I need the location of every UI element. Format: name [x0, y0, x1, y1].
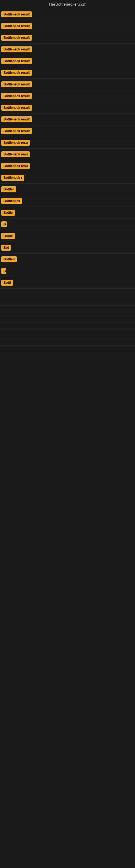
bottleneck-badge-2[interactable]: Bottleneck result: [1, 23, 32, 29]
badge-row-14: Bottleneck resu: [0, 160, 135, 172]
empty-row-8: [0, 334, 135, 340]
badge-row-10: Bottleneck result: [0, 114, 135, 125]
badge-row-1: Bottleneck result: [0, 9, 135, 20]
bottleneck-badge-9[interactable]: Bottleneck result: [1, 105, 32, 111]
bottleneck-badge-7[interactable]: Bottleneck result: [1, 82, 32, 87]
bottleneck-badge-12[interactable]: Bottleneck resu: [1, 140, 30, 146]
badge-row-24: Bottl: [0, 277, 135, 289]
empty-row-3: [0, 306, 135, 311]
badge-row-23: B: [0, 265, 135, 277]
bottleneck-badge-14[interactable]: Bottleneck resu: [1, 163, 30, 169]
empty-row-9: [0, 340, 135, 346]
badge-row-8: Bottleneck result: [0, 90, 135, 102]
bottleneck-badge-18[interactable]: Bottle: [1, 210, 15, 216]
empty-row-4: [0, 311, 135, 317]
empty-row-5: [0, 317, 135, 323]
bottleneck-badge-6[interactable]: Bottleneck result: [1, 70, 32, 76]
badge-row-6: Bottleneck result: [0, 67, 135, 79]
empty-row-2: [0, 300, 135, 306]
bottleneck-badge-3[interactable]: Bottleneck result: [1, 35, 32, 41]
badge-row-20: Bottle: [0, 230, 135, 242]
bottleneck-badge-4[interactable]: Bottleneck result: [1, 46, 32, 52]
empty-row-11: [0, 351, 135, 357]
bottleneck-badge-13[interactable]: Bottleneck resu: [1, 151, 30, 157]
badges-container: Bottleneck resultBottleneck resultBottle…: [0, 9, 135, 357]
site-title: TheBottlenecker.com: [0, 0, 135, 9]
badge-row-12: Bottleneck resu: [0, 137, 135, 149]
empty-row-0: [0, 289, 135, 294]
empty-row-7: [0, 329, 135, 334]
bottleneck-badge-23[interactable]: B: [1, 268, 6, 274]
badge-row-2: Bottleneck result: [0, 20, 135, 32]
badge-row-16: Bottler: [0, 184, 135, 195]
badge-row-11: Bottleneck result: [0, 125, 135, 137]
bottleneck-badge-10[interactable]: Bottleneck result: [1, 116, 32, 122]
bottleneck-badge-15[interactable]: Bottleneck r: [1, 175, 24, 181]
empty-row-1: [0, 294, 135, 300]
badge-row-4: Bottleneck result: [0, 44, 135, 55]
badge-row-7: Bottleneck result: [0, 79, 135, 90]
bottleneck-badge-1[interactable]: Bottleneck result: [1, 11, 32, 18]
empty-row-10: [0, 346, 135, 351]
badge-row-13: Bottleneck resu: [0, 149, 135, 160]
bottleneck-badge-11[interactable]: Bottleneck result: [1, 128, 32, 134]
badge-row-18: Bottle: [0, 207, 135, 219]
badge-row-17: Bottleneck: [0, 195, 135, 207]
bottleneck-badge-21[interactable]: Bot: [1, 245, 11, 251]
badge-row-15: Bottleneck r: [0, 172, 135, 184]
badge-row-3: Bottleneck result: [0, 32, 135, 44]
bottleneck-badge-5[interactable]: Bottleneck result: [1, 58, 32, 64]
bottleneck-badge-16[interactable]: Bottler: [1, 186, 16, 192]
bottleneck-badge-22[interactable]: Bottlen: [1, 256, 17, 262]
badge-row-19: B: [0, 219, 135, 230]
badge-row-9: Bottleneck result: [0, 102, 135, 114]
bottleneck-badge-19[interactable]: B: [1, 221, 7, 227]
bottleneck-badge-8[interactable]: Bottleneck result: [1, 93, 32, 99]
bottleneck-badge-17[interactable]: Bottleneck: [1, 198, 22, 204]
site-header: TheBottlenecker.com: [0, 0, 135, 9]
badge-row-5: Bottleneck result: [0, 55, 135, 67]
badge-row-21: Bot: [0, 242, 135, 254]
empty-row-6: [0, 323, 135, 329]
badge-row-22: Bottlen: [0, 254, 135, 265]
bottleneck-badge-20[interactable]: Bottle: [1, 233, 15, 239]
bottleneck-badge-24[interactable]: Bottl: [1, 280, 13, 286]
